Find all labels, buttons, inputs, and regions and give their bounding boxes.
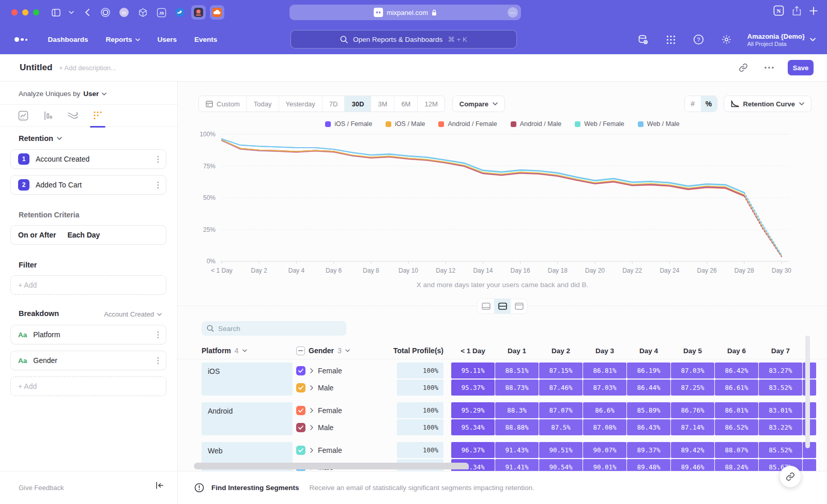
gender-row-cell[interactable]: Female (296, 442, 392, 458)
retention-value-cell[interactable]: 95.34% (451, 419, 495, 435)
day-column-header[interactable]: Day 5 (671, 342, 714, 359)
layout-table-focus-button[interactable] (511, 299, 527, 313)
expand-row-icon[interactable] (310, 425, 313, 430)
help-icon[interactable]: ? (692, 33, 706, 47)
breakdown-add-button[interactable]: + Add (10, 376, 166, 396)
retention-value-cell[interactable]: 86.44% (627, 380, 670, 396)
retention-value-cell[interactable]: 90.07% (583, 442, 626, 458)
retention-value-cell[interactable]: 88.88% (495, 419, 539, 435)
retention-value-cell[interactable]: 87.25% (671, 380, 714, 396)
avatar-m-tab-icon[interactable]: m (117, 5, 131, 20)
compare-button[interactable]: Compare (452, 96, 505, 112)
camera-tab-icon[interactable] (191, 5, 206, 20)
settings-gear-icon[interactable] (719, 33, 734, 47)
tab-insights[interactable] (17, 107, 30, 124)
report-description-placeholder[interactable]: + Add description... (59, 64, 116, 72)
retention-value-cell[interactable]: 91.43% (495, 442, 539, 458)
retention-criteria-control[interactable]: On or After Each Day (10, 225, 166, 245)
day-column-header[interactable]: Day 7 (759, 342, 802, 359)
day-column-header[interactable]: < 1 Day (451, 342, 495, 359)
bird-tab-icon[interactable] (173, 5, 187, 20)
retention-value-cell[interactable]: 88.3% (495, 402, 539, 418)
kebab-menu-icon[interactable] (157, 357, 159, 365)
horizontal-scrollbar[interactable] (194, 463, 469, 469)
retention-value-cell[interactable]: 86.61% (715, 380, 758, 396)
retention-value-cell[interactable]: 88.51% (495, 363, 539, 379)
retention-value-cell[interactable]: 95.37% (451, 380, 495, 396)
breakdown-scope-selector[interactable]: Account Created (104, 310, 162, 318)
retention-value-cell[interactable]: 87.15% (539, 363, 583, 379)
range-3m-button[interactable]: 3M (371, 96, 394, 112)
expand-row-icon[interactable] (310, 448, 313, 453)
segments-title[interactable]: Find Interesting Segments (211, 484, 299, 492)
cube-tab-icon[interactable] (135, 5, 150, 20)
platform-group-cell[interactable]: Android (202, 402, 293, 435)
series-checkbox[interactable] (296, 423, 305, 432)
js-tab-icon[interactable]: JS (154, 5, 169, 20)
series-checkbox[interactable] (296, 406, 305, 415)
legend-item[interactable]: Android / Male (511, 120, 562, 128)
day-column-header[interactable]: Day 2 (539, 342, 583, 359)
range-7d-button[interactable]: 7D (323, 96, 345, 112)
day-column-header[interactable]: Day 3 (583, 342, 626, 359)
retention-value-cell[interactable]: 96.37% (451, 442, 495, 458)
new-tab-icon[interactable] (809, 7, 818, 15)
retention-value-cell[interactable]: 95.11% (451, 363, 495, 379)
filter-add-button[interactable]: + Add (10, 275, 166, 295)
browser-sidebar-icon[interactable] (49, 5, 63, 20)
range-yesterday-button[interactable]: Yesterday (279, 96, 323, 112)
step-event-label[interactable]: Added To Cart (36, 181, 82, 189)
criteria-mode[interactable]: On or After (18, 231, 56, 239)
nav-item-users[interactable]: Users (158, 36, 177, 43)
expand-row-icon[interactable] (310, 385, 313, 390)
close-window-button[interactable] (11, 9, 18, 15)
retention-value-cell[interactable]: 83.27% (759, 363, 802, 379)
retention-value-cell-clipped[interactable] (803, 459, 816, 471)
range-12m-button[interactable]: 12M (418, 96, 444, 112)
retention-value-cell[interactable]: 89.46% (671, 459, 714, 471)
gender-row-cell[interactable]: Male (296, 380, 392, 396)
data-management-icon[interactable] (636, 33, 650, 47)
retention-value-cell[interactable]: 86.42% (715, 363, 758, 379)
chevron-down-icon[interactable] (67, 5, 75, 20)
more-options-icon[interactable] (762, 60, 776, 75)
breakdown-platform[interactable]: Aa Platform (10, 325, 166, 344)
retention-value-cell[interactable]: 83.52% (759, 380, 802, 396)
share-icon[interactable] (792, 6, 801, 16)
legend-item[interactable]: Web / Female (575, 120, 624, 128)
retention-value-cell[interactable]: 91.41% (495, 459, 539, 471)
day-column-header[interactable]: Day 1 (495, 342, 539, 359)
retention-step-2[interactable]: 2 Added To Cart (10, 175, 166, 195)
address-bar[interactable]: mixpanel.com … (289, 5, 521, 20)
platform-group-cell[interactable]: iOS (202, 363, 293, 396)
gender-row-cell[interactable]: Female (296, 402, 392, 418)
mixpanel-logo-icon[interactable] (14, 37, 27, 42)
layout-split-button[interactable] (494, 299, 511, 313)
save-button[interactable]: Save (788, 60, 814, 75)
expand-row-icon[interactable] (310, 368, 313, 373)
total-profiles-header[interactable]: Total Profile(s) (361, 342, 443, 359)
percent-toggle-button[interactable]: % (701, 96, 717, 112)
retention-value-cell[interactable]: 90.51% (539, 442, 583, 458)
retention-value-cell[interactable]: 90.01% (583, 459, 626, 471)
tab-funnels[interactable] (41, 107, 55, 124)
give-feedback-link[interactable]: Give Feedback (19, 484, 64, 492)
range-today-button[interactable]: Today (247, 96, 279, 112)
cloud-tab-icon[interactable] (210, 5, 224, 20)
retention-value-cell[interactable]: 88.73% (495, 380, 539, 396)
project-switcher[interactable]: Amazonia {Demo} All Project Data (747, 33, 816, 47)
retention-value-cell[interactable]: 86.76% (671, 402, 714, 418)
legend-item[interactable]: Android / Female (438, 120, 497, 128)
share-link-fab[interactable] (779, 466, 801, 487)
series-checkbox[interactable] (296, 446, 305, 455)
global-search-button[interactable]: Open Reports & Dashboards ⌘ + K (290, 30, 517, 49)
gender-row-cell[interactable]: Female (296, 363, 392, 379)
retention-value-cell[interactable]: 87.5% (539, 419, 583, 435)
tab-retention[interactable] (91, 107, 104, 124)
retention-value-cell[interactable]: 86.81% (583, 363, 626, 379)
criteria-interval[interactable]: Each Day (67, 231, 100, 239)
retention-value-cell[interactable]: 83.22% (759, 419, 802, 435)
retention-value-cell[interactable]: 88.24% (715, 459, 758, 471)
copy-link-icon[interactable] (736, 60, 751, 75)
kebab-menu-icon[interactable] (157, 181, 159, 189)
